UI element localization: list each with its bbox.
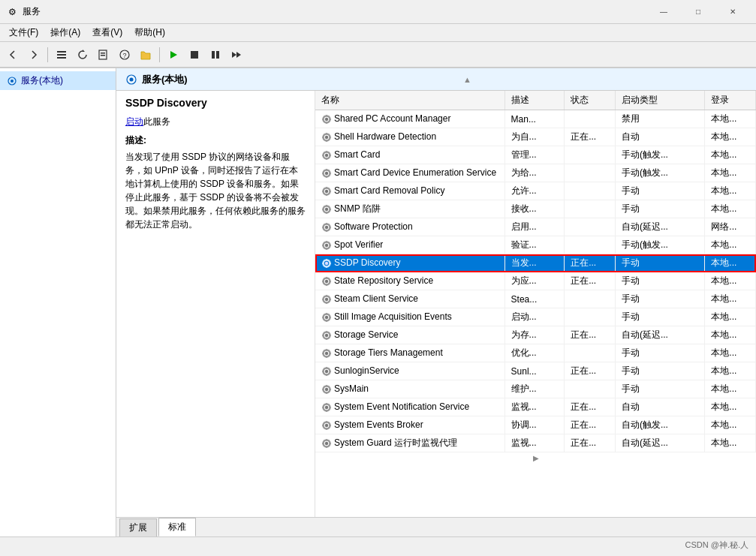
col-desc[interactable]: 描述 bbox=[505, 91, 565, 110]
svg-point-79 bbox=[325, 226, 328, 229]
back-button[interactable] bbox=[3, 45, 23, 65]
service-logon-cell: 本地... bbox=[705, 110, 756, 128]
table-row[interactable]: System Event Notification Service监视...正在… bbox=[315, 398, 756, 416]
svg-point-149 bbox=[325, 352, 328, 355]
play-button[interactable] bbox=[164, 45, 183, 65]
stop-icon bbox=[188, 49, 200, 61]
svg-point-169 bbox=[325, 388, 328, 391]
table-row[interactable]: State Repository Service为应...正在...手动本地..… bbox=[315, 272, 756, 290]
table-row[interactable]: SSDP Discovery当发...正在...手动本地... bbox=[315, 254, 756, 272]
menu-file[interactable]: 文件(F) bbox=[3, 25, 44, 41]
folder-button[interactable] bbox=[136, 45, 155, 65]
table-row[interactable]: Still Image Acquisition Events启动...手动本地.… bbox=[315, 308, 756, 326]
svg-rect-132 bbox=[326, 320, 327, 322]
service-desc-cell: 协调... bbox=[505, 416, 565, 434]
svg-point-16 bbox=[11, 80, 14, 83]
svg-rect-1 bbox=[57, 54, 66, 56]
play-icon bbox=[167, 49, 179, 61]
main-layout: 服务(本地) 服务(本地) ▲ SSDP Discovery 启动此服务 描述:… bbox=[0, 68, 756, 536]
table-row[interactable]: Software Protection启用...自动(延迟...网络... bbox=[315, 218, 756, 236]
table-row[interactable]: Steam Client ServiceStea...手动本地... bbox=[315, 290, 756, 308]
svg-rect-123 bbox=[322, 299, 324, 300]
scroll-down-arrow[interactable]: ▶ bbox=[315, 452, 756, 464]
col-status[interactable]: 状态 bbox=[565, 91, 616, 110]
tab-standard[interactable]: 标准 bbox=[158, 518, 196, 536]
col-logon[interactable]: 登录 bbox=[705, 91, 756, 110]
service-startup-cell: 手动 bbox=[615, 254, 704, 272]
services-panel[interactable]: 名称 描述 状态 启动类型 登录 Shared PC Account Manag… bbox=[315, 91, 756, 517]
table-row[interactable]: SunloginServiceSunl...正在...手动本地... bbox=[315, 362, 756, 380]
action-link[interactable]: 启动 bbox=[125, 116, 143, 127]
refresh-button[interactable] bbox=[73, 45, 92, 65]
svg-rect-183 bbox=[322, 407, 324, 408]
pause-button[interactable] bbox=[206, 45, 225, 65]
service-status-cell bbox=[565, 380, 616, 398]
table-row[interactable]: Shell Hardware Detection为自...正在...自动本地..… bbox=[315, 128, 756, 146]
table-row[interactable]: Storage Service为存...正在...自动(延迟...本地... bbox=[315, 326, 756, 344]
service-desc-cell: 为应... bbox=[505, 272, 565, 290]
service-startup-cell: 手动 bbox=[615, 272, 704, 290]
resume-button[interactable] bbox=[227, 45, 246, 65]
svg-rect-134 bbox=[330, 317, 332, 318]
minimize-button[interactable]: — bbox=[646, 0, 681, 24]
scroll-up-arrow[interactable]: ▲ bbox=[188, 75, 747, 84]
svg-rect-204 bbox=[330, 443, 332, 444]
service-logon-cell: 本地... bbox=[705, 416, 756, 434]
export-button[interactable] bbox=[94, 45, 113, 65]
menu-view[interactable]: 查看(V) bbox=[86, 25, 128, 41]
table-row[interactable]: Shared PC Account ManagerMan...禁用本地... bbox=[315, 110, 756, 128]
svg-rect-161 bbox=[326, 367, 327, 369]
desc-label: 描述: bbox=[125, 134, 306, 147]
table-row[interactable]: System Events Broker协调...正在...自动(触发...本地… bbox=[315, 416, 756, 434]
svg-rect-112 bbox=[326, 284, 327, 286]
svg-rect-93 bbox=[322, 245, 324, 246]
svg-rect-12 bbox=[216, 51, 219, 59]
sidebar-item-local-services[interactable]: 服务(本地) bbox=[0, 71, 116, 90]
svg-rect-142 bbox=[326, 338, 327, 340]
service-startup-cell: 手动(触发... bbox=[615, 164, 704, 182]
forward-button[interactable] bbox=[24, 45, 44, 65]
table-row[interactable]: System Guard 运行时监视代理监视...正在...自动(延迟...本地… bbox=[315, 434, 756, 452]
svg-rect-151 bbox=[326, 349, 327, 351]
description-panel: SSDP Discovery 启动此服务 描述: 当发现了使用 SSDP 协议的… bbox=[116, 91, 315, 517]
svg-rect-162 bbox=[326, 374, 327, 376]
table-row[interactable]: Smart Card Device Enumeration Service为给.… bbox=[315, 164, 756, 182]
toolbar: ? bbox=[0, 42, 756, 68]
svg-rect-52 bbox=[326, 176, 327, 178]
svg-point-19 bbox=[325, 118, 328, 121]
table-row[interactable]: Smart Card Removal Policy允许...手动本地... bbox=[315, 182, 756, 200]
table-row[interactable]: Smart Card管理...手动(触发...本地... bbox=[315, 146, 756, 164]
svg-point-18 bbox=[130, 77, 134, 81]
service-name-cell: Steam Client Service bbox=[315, 290, 505, 308]
help-button[interactable]: ? bbox=[115, 45, 134, 65]
svg-rect-41 bbox=[326, 151, 327, 153]
show-hide-icon bbox=[56, 49, 68, 61]
svg-rect-143 bbox=[322, 335, 324, 336]
menu-help[interactable]: 帮助(H) bbox=[128, 25, 171, 41]
service-logon-cell: 本地... bbox=[705, 398, 756, 416]
svg-rect-61 bbox=[326, 187, 327, 189]
service-desc-cell: Stea... bbox=[505, 290, 565, 308]
table-row[interactable]: Spot Verifier验证...手动(触发...本地... bbox=[315, 236, 756, 254]
tab-extend[interactable]: 扩展 bbox=[119, 518, 157, 536]
service-logon-cell: 本地... bbox=[705, 236, 756, 254]
menu-action[interactable]: 操作(A) bbox=[44, 25, 86, 41]
service-name-cell: Smart Card bbox=[315, 146, 505, 164]
table-row[interactable]: SNMP 陷阱接收...手动本地... bbox=[315, 200, 756, 218]
svg-point-89 bbox=[325, 244, 328, 247]
svg-rect-194 bbox=[330, 425, 332, 426]
svg-rect-144 bbox=[330, 335, 332, 336]
svg-rect-51 bbox=[326, 169, 327, 171]
show-hide-button[interactable] bbox=[52, 45, 71, 65]
service-logon-cell: 本地... bbox=[705, 290, 756, 308]
col-startup[interactable]: 启动类型 bbox=[615, 91, 704, 110]
table-row[interactable]: Storage Tiers Management优化...手动本地... bbox=[315, 344, 756, 362]
stop-button[interactable] bbox=[185, 45, 204, 65]
svg-rect-72 bbox=[326, 212, 327, 214]
service-name-cell: Shared PC Account Manager bbox=[315, 110, 505, 128]
table-row[interactable]: SysMain维护...手动本地... bbox=[315, 380, 756, 398]
svg-point-99 bbox=[325, 262, 328, 265]
col-name[interactable]: 名称 bbox=[315, 91, 505, 110]
close-button[interactable]: ✕ bbox=[715, 0, 750, 24]
maximize-button[interactable]: □ bbox=[681, 0, 715, 24]
